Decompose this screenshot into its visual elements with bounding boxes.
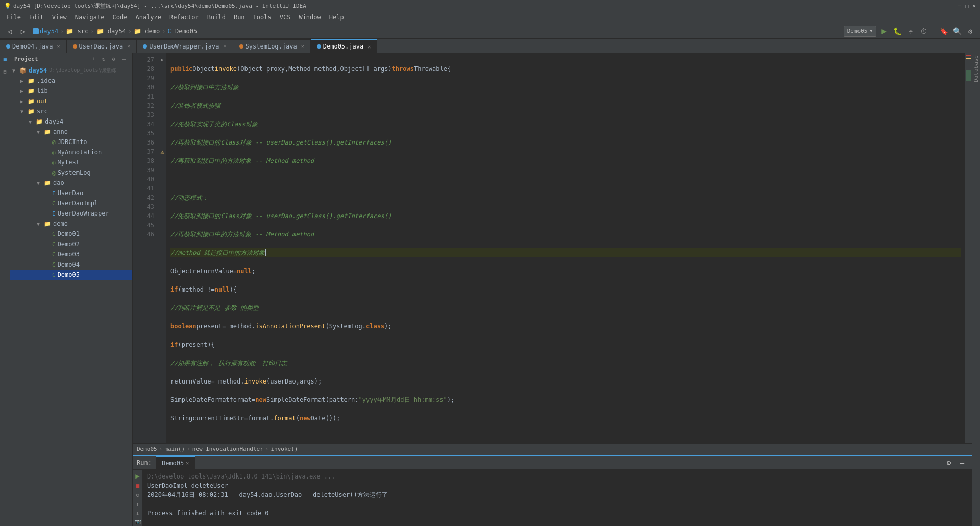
menu-refactor[interactable]: Refactor xyxy=(165,13,203,22)
run-scroll-down-icon[interactable]: ↓ xyxy=(134,510,142,517)
close-button[interactable]: ✕ xyxy=(972,3,976,9)
gutter-37-warn[interactable]: ⚠ xyxy=(158,147,166,156)
bc-arrow2: › xyxy=(90,28,94,35)
project-add-icon[interactable]: + xyxy=(89,55,97,63)
tree-anno[interactable]: ▼ 📁 anno xyxy=(10,127,132,137)
bc-invoke[interactable]: invoke() xyxy=(271,446,298,452)
gutter-27[interactable]: ▶ xyxy=(158,55,166,64)
tree-root[interactable]: ▼ 📦 day54 D:\develop_tools\课堂练 xyxy=(10,65,132,76)
code-editor[interactable]: 27 28 29 30 31 32 33 34 35 36 37 38 39 4… xyxy=(133,53,972,443)
tree-systemlog[interactable]: ▶ @ SystemLog xyxy=(10,168,132,178)
tree-out[interactable]: ▶ 📁 out xyxy=(10,96,132,106)
tree-src[interactable]: ▼ 📁 src xyxy=(10,106,132,116)
tree-demo02[interactable]: ▶ C Demo02 xyxy=(10,239,132,249)
close-tab-systemlog[interactable]: ✕ xyxy=(301,43,304,49)
run-stop-icon[interactable]: ■ xyxy=(134,482,142,489)
menu-view[interactable]: View xyxy=(48,13,71,22)
tree-lib[interactable]: ▶ 📁 lib xyxy=(10,86,132,96)
breadcrumb-demo[interactable]: 📁 demo xyxy=(134,28,160,35)
coverage-button[interactable]: ☂ xyxy=(905,26,916,37)
run-dump-icon[interactable]: 📷 xyxy=(134,519,142,524)
tab-systemlog[interactable]: SystemLog.java ✕ xyxy=(233,39,311,53)
code-line-31: //再获取到接口的Class对象 -- userDao.getClass().g… xyxy=(170,138,961,147)
bc-arrow4: › xyxy=(162,28,165,35)
run-button[interactable]: ▶ xyxy=(878,26,890,37)
bc-invhandler[interactable]: new InvocationHandler xyxy=(192,446,263,452)
code-content[interactable]: public Object invoke(Object proxy, Metho… xyxy=(166,53,965,443)
menu-analyze[interactable]: Analyze xyxy=(131,13,165,22)
project-collapse-icon[interactable]: — xyxy=(120,55,128,63)
close-tab-userdao[interactable]: ✕ xyxy=(127,43,130,49)
tab-demo05[interactable]: Demo05.java ✕ xyxy=(311,39,378,53)
scroll-thumb[interactable] xyxy=(966,70,971,81)
app-icon: 💡 xyxy=(4,3,11,9)
minimize-button[interactable]: ─ xyxy=(958,3,961,9)
close-tab-demo05[interactable]: ✕ xyxy=(368,44,371,50)
debug-button[interactable]: 🐛 xyxy=(892,26,903,37)
tab-userdao[interactable]: UserDao.java ✕ xyxy=(67,39,137,53)
tree-demo05[interactable]: ▶ C Demo05 xyxy=(10,270,132,280)
bc-main[interactable]: main() xyxy=(164,446,185,452)
tree-day54[interactable]: ▼ 📁 day54 xyxy=(10,116,132,127)
settings-button[interactable]: ⚙ xyxy=(965,26,976,37)
database-label[interactable]: Database xyxy=(973,53,979,84)
project-refresh-icon[interactable]: ↻ xyxy=(100,55,108,63)
tree-demo04[interactable]: ▶ C Demo04 xyxy=(10,259,132,270)
bc-arrow3: › xyxy=(128,28,132,35)
run-play-icon[interactable]: ▶ xyxy=(134,472,142,480)
run-rerun-icon[interactable]: ↻ xyxy=(134,491,142,498)
run-config-dropdown[interactable]: Demo05 ▾ xyxy=(844,26,876,37)
close-tab-userdaowrapper[interactable]: ✕ xyxy=(224,43,227,49)
run-output[interactable]: D:\develop_tools\Java\Jdk1.8.0_141\bin\j… xyxy=(143,470,972,526)
nav-forward-button[interactable]: ▷ xyxy=(17,26,29,37)
run-output-exit: Process finished with exit code 0 xyxy=(147,509,968,518)
tree-myannotation[interactable]: ▶ @ MyAnnotation xyxy=(10,147,132,157)
tree-demo03[interactable]: ▶ C Demo03 xyxy=(10,249,132,259)
title-text: day54 [D:\develop_tools\课堂练习\day54] - ..… xyxy=(13,2,306,10)
run-output-line1: UserDaoImpl deleteUser xyxy=(147,481,968,490)
close-tab-demo04[interactable]: ✕ xyxy=(57,43,60,49)
menu-help[interactable]: Help xyxy=(325,13,348,22)
tree-userdaowrapper[interactable]: ▶ I UserDaoWrapper xyxy=(10,208,132,219)
bc-demo05[interactable]: Demo05 xyxy=(137,446,157,452)
tree-mytest[interactable]: ▶ @ MyTest xyxy=(10,157,132,168)
search-everywhere-button[interactable]: 🔍 xyxy=(951,26,963,37)
tree-idea[interactable]: ▶ 📁 .idea xyxy=(10,76,132,86)
tab-dot-userdao xyxy=(73,44,77,49)
menu-tools[interactable]: Tools xyxy=(249,13,276,22)
breadcrumb-day54[interactable]: day54 xyxy=(33,28,58,35)
run-scroll-up-icon[interactable]: ↑ xyxy=(134,500,142,508)
breadcrumb-demo05[interactable]: C Demo05 xyxy=(167,28,197,35)
tree-dao-label: dao xyxy=(53,179,64,186)
close-run-tab[interactable]: ✕ xyxy=(186,460,189,466)
maximize-button[interactable]: □ xyxy=(965,3,969,9)
project-settings-icon[interactable]: ⚙ xyxy=(110,55,118,63)
bookmark-button[interactable]: 🔖 xyxy=(938,26,949,37)
menu-code[interactable]: Code xyxy=(109,13,132,22)
tree-userdao[interactable]: ▶ I UserDao xyxy=(10,188,132,198)
tree-demo[interactable]: ▼ 📁 demo xyxy=(10,219,132,229)
tree-dao[interactable]: ▼ 📁 dao xyxy=(10,178,132,188)
menu-file[interactable]: File xyxy=(2,13,25,22)
breadcrumb-src[interactable]: 📁 src xyxy=(66,28,88,35)
structure-icon[interactable]: ⊞ xyxy=(1,67,9,76)
menu-vcs[interactable]: VCS xyxy=(276,13,295,22)
tab-userdaowrapper[interactable]: UserDaoWrapper.java ✕ xyxy=(137,39,233,53)
menu-window[interactable]: Window xyxy=(295,13,325,22)
profile-button[interactable]: ⏱ xyxy=(918,26,929,37)
run-minimize-icon[interactable]: — xyxy=(957,457,968,468)
menu-build[interactable]: Build xyxy=(203,13,230,22)
tab-demo04[interactable]: Demo04.java ✕ xyxy=(0,39,67,53)
breadcrumb-day54b[interactable]: 📁 day54 xyxy=(96,28,126,35)
code-line-27: public Object invoke(Object proxy, Metho… xyxy=(170,64,961,74)
menu-run[interactable]: Run xyxy=(230,13,249,22)
project-icon[interactable]: ≡ xyxy=(1,55,9,63)
tree-userdaoimpl[interactable]: ▶ C UserDaoImpl xyxy=(10,198,132,208)
tree-demo01[interactable]: ▶ C Demo01 xyxy=(10,229,132,239)
run-settings-icon[interactable]: ⚙ xyxy=(943,457,954,468)
tab-demo05-run[interactable]: Demo05 ✕ xyxy=(156,456,195,470)
tree-jdbcinfo[interactable]: ▶ @ JDBCInfo xyxy=(10,137,132,147)
nav-back-button[interactable]: ◁ xyxy=(4,26,15,37)
menu-edit[interactable]: Edit xyxy=(25,13,48,22)
menu-navigate[interactable]: Navigate xyxy=(71,13,109,22)
